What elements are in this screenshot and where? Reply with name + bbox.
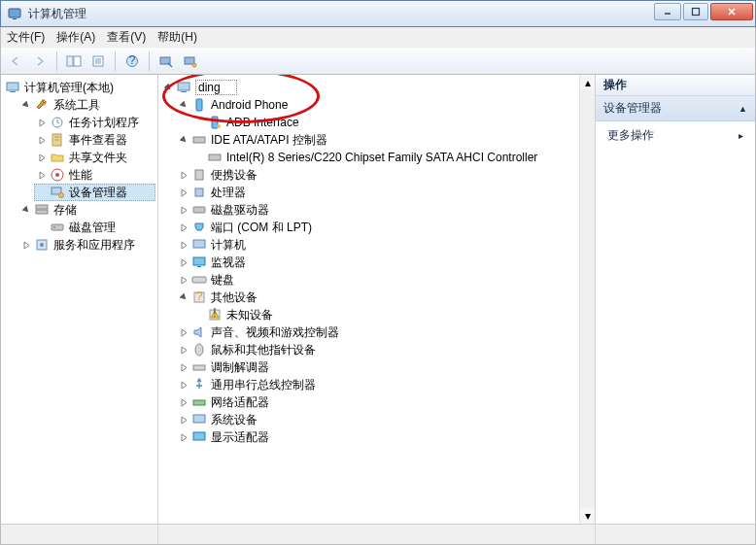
device-label: 监视器 <box>211 255 246 271</box>
maximize-button[interactable] <box>683 3 708 20</box>
device-network[interactable]: 网络适配器 <box>176 393 593 411</box>
menu-help[interactable]: 帮助(H) <box>157 29 197 46</box>
tree-performance[interactable]: 性能 <box>34 166 155 184</box>
expander-icon[interactable] <box>178 134 189 146</box>
expander-icon[interactable] <box>20 99 32 111</box>
svg-point-24 <box>55 173 59 177</box>
expander-icon[interactable] <box>178 291 189 303</box>
expander-icon[interactable] <box>178 326 189 338</box>
expander-icon[interactable] <box>178 379 189 391</box>
expander-icon[interactable] <box>162 82 174 93</box>
expander-icon[interactable] <box>178 414 189 426</box>
device-root[interactable]: ding <box>160 79 593 96</box>
expander-icon[interactable] <box>20 204 32 216</box>
menu-action[interactable]: 操作(A) <box>56 29 95 46</box>
expander-icon[interactable] <box>178 239 189 251</box>
expander-icon[interactable] <box>36 117 48 128</box>
tree-services[interactable]: 服务和应用程序 <box>18 236 155 254</box>
device-ide[interactable]: IDE ATA/ATAPI 控制器 <box>176 131 593 149</box>
toolbar-showhide-button[interactable] <box>63 51 85 72</box>
right-more-actions[interactable]: 更多操作 ▸ <box>596 121 755 150</box>
expander-icon[interactable] <box>36 169 48 181</box>
device-computer[interactable]: 计算机 <box>176 236 593 254</box>
expander-icon[interactable] <box>178 396 189 408</box>
device-label: ADB Interface <box>226 116 299 129</box>
expander-icon[interactable] <box>20 239 32 251</box>
tree-disk-mgmt[interactable]: 磁盘管理 <box>34 219 155 236</box>
device-disk-drives[interactable]: 磁盘驱动器 <box>176 201 593 219</box>
toolbar-back-button[interactable] <box>5 51 26 72</box>
device-portable[interactable]: 便携设备 <box>176 166 593 184</box>
expander-icon[interactable] <box>178 361 189 373</box>
scroll-down-icon[interactable]: ▾ <box>580 508 595 524</box>
main-body: 计算机管理(本地) 系统工具 <box>0 75 756 524</box>
menu-view[interactable]: 查看(V) <box>107 29 146 46</box>
device-ports[interactable]: 端口 (COM 和 LPT) <box>176 219 593 236</box>
expander-icon[interactable] <box>178 431 189 443</box>
expander-icon[interactable] <box>178 99 189 111</box>
svg-rect-27 <box>36 205 48 209</box>
device-label: 网络适配器 <box>211 394 269 411</box>
device-ide-child[interactable]: Intel(R) 8 Series/C220 Chipset Family SA… <box>191 149 593 166</box>
tree-label: 存储 <box>53 202 77 219</box>
device-unknown[interactable]: ! 未知设备 <box>191 306 593 324</box>
device-android-phone[interactable]: Android Phone <box>176 96 593 114</box>
scrollbar-vertical[interactable]: ▴ ▾ <box>579 75 595 524</box>
device-modem[interactable]: 调制解调器 <box>176 358 593 376</box>
device-system[interactable]: 系统设备 <box>176 411 593 428</box>
display-icon <box>191 429 207 445</box>
toolbar-properties-button[interactable] <box>87 51 109 72</box>
expander-icon[interactable] <box>178 169 189 181</box>
other-icon: ? <box>191 290 207 305</box>
expander-icon[interactable] <box>178 274 189 286</box>
svg-rect-55 <box>193 432 205 440</box>
svg-text:?: ? <box>196 290 203 303</box>
expander-icon[interactable] <box>178 204 189 216</box>
expander-icon[interactable] <box>178 221 189 233</box>
phone-icon <box>191 97 207 113</box>
mgmt-tree: 计算机管理(本地) 系统工具 <box>3 79 155 254</box>
speaker-icon <box>191 324 207 340</box>
device-display[interactable]: 显示适配器 <box>176 428 593 446</box>
expander-icon[interactable] <box>178 187 189 198</box>
tree-device-manager[interactable]: 设备管理器 <box>34 184 155 201</box>
expander-icon[interactable] <box>36 134 48 146</box>
tree-event-viewer[interactable]: 事件查看器 <box>34 131 155 149</box>
expander-icon[interactable] <box>36 152 48 163</box>
device-label: Android Phone <box>211 98 288 112</box>
scroll-track[interactable] <box>580 90 595 508</box>
device-label: Intel(R) 8 Series/C220 Chipset Family SA… <box>226 151 537 164</box>
tree-storage[interactable]: 存储 <box>18 201 155 219</box>
computer-icon <box>191 237 207 253</box>
svg-rect-33 <box>178 83 189 90</box>
device-label: 鼠标和其他指针设备 <box>211 342 316 358</box>
device-monitor[interactable]: 监视器 <box>176 254 593 271</box>
tree-system-tools[interactable]: 系统工具 <box>18 96 155 114</box>
scroll-up-icon[interactable]: ▴ <box>580 75 595 90</box>
svg-rect-34 <box>181 91 187 92</box>
portable-icon <box>191 167 207 183</box>
tree-task-scheduler[interactable]: 任务计划程序 <box>34 114 155 131</box>
expander-icon[interactable] <box>178 256 189 268</box>
status-cell <box>1 525 158 544</box>
device-adb[interactable]: ADB Interface <box>191 114 593 131</box>
tree-shared-folders[interactable]: 共享文件夹 <box>34 149 155 166</box>
device-usb[interactable]: 通用串行总线控制器 <box>176 376 593 393</box>
device-mouse[interactable]: 鼠标和其他指针设备 <box>176 341 593 358</box>
device-other[interactable]: ? 其他设备 <box>176 289 593 306</box>
toolbar-scan-button[interactable] <box>155 51 177 72</box>
device-sound[interactable]: 声音、视频和游戏控制器 <box>176 324 593 341</box>
perf-icon <box>50 167 65 183</box>
toolbar-refresh-button[interactable] <box>180 51 201 72</box>
device-keyboard[interactable]: 键盘 <box>176 271 593 289</box>
minimize-button[interactable] <box>654 3 681 20</box>
toolbar-forward-button[interactable] <box>29 51 51 72</box>
expander-icon[interactable] <box>178 344 189 356</box>
device-cpu[interactable]: 处理器 <box>176 184 593 201</box>
svg-rect-42 <box>193 207 205 213</box>
toolbar-help-button[interactable]: ? <box>121 51 143 72</box>
tree-root[interactable]: 计算机管理(本地) <box>3 79 155 96</box>
close-button[interactable] <box>710 3 753 20</box>
right-section[interactable]: 设备管理器 ▲ <box>596 96 755 121</box>
menu-file[interactable]: 文件(F) <box>7 29 45 46</box>
